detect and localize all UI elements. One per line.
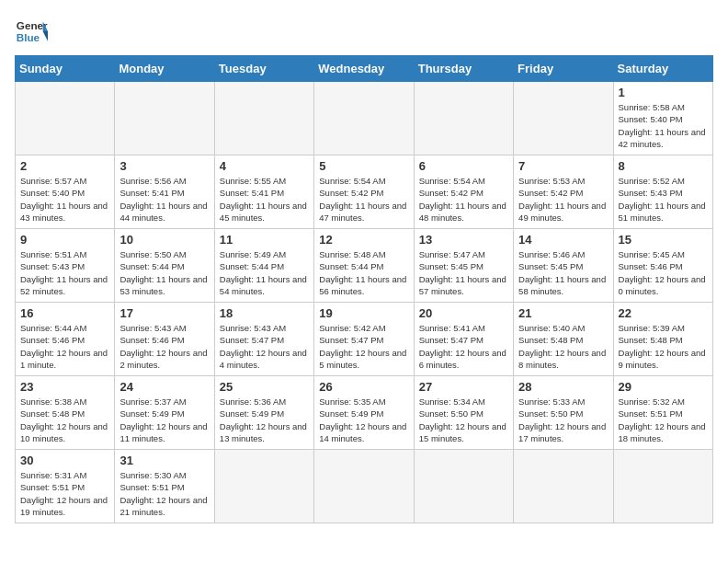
day-number: 31 [119,454,209,467]
day-number: 1 [619,86,708,99]
day-number: 7 [518,159,608,173]
day-info: Sunrise: 5:44 AM Sunset: 5:46 PM Dayligh… [20,322,109,371]
column-header-monday: Monday [115,56,214,82]
day-cell: 20Sunrise: 5:41 AM Sunset: 5:47 PM Dayli… [414,303,513,376]
day-info: Sunrise: 5:39 AM Sunset: 5:48 PM Dayligh… [619,322,708,371]
day-cell: 22Sunrise: 5:39 AM Sunset: 5:48 PM Dayli… [613,303,712,376]
day-cell [214,450,313,523]
day-info: Sunrise: 5:42 AM Sunset: 5:47 PM Dayligh… [319,322,408,371]
day-number: 4 [220,159,309,173]
day-info: Sunrise: 5:37 AM Sunset: 5:49 PM Dayligh… [119,396,209,444]
day-cell [314,82,414,155]
day-info: Sunrise: 5:54 AM Sunset: 5:42 PM Dayligh… [419,175,508,224]
day-number: 22 [619,306,708,320]
day-cell [514,450,613,523]
day-cell: 9Sunrise: 5:51 AM Sunset: 5:43 PM Daylig… [16,229,115,303]
day-number: 18 [220,306,309,320]
day-cell: 17Sunrise: 5:43 AM Sunset: 5:46 PM Dayli… [115,303,214,376]
day-info: Sunrise: 5:51 AM Sunset: 5:43 PM Dayligh… [20,248,109,297]
svg-text:Blue: Blue [17,31,40,43]
day-number: 27 [419,380,508,394]
day-number: 9 [20,233,109,247]
week-row-6: 30Sunrise: 5:31 AM Sunset: 5:51 PM Dayli… [16,450,713,523]
day-cell: 13Sunrise: 5:47 AM Sunset: 5:45 PM Dayli… [414,229,513,303]
day-cell: 24Sunrise: 5:37 AM Sunset: 5:49 PM Dayli… [115,376,214,450]
day-info: Sunrise: 5:53 AM Sunset: 5:42 PM Dayligh… [518,175,608,224]
day-info: Sunrise: 5:55 AM Sunset: 5:41 PM Dayligh… [220,175,309,224]
day-cell: 15Sunrise: 5:45 AM Sunset: 5:46 PM Dayli… [613,229,712,303]
day-cell: 11Sunrise: 5:49 AM Sunset: 5:44 PM Dayli… [214,229,313,303]
day-info: Sunrise: 5:40 AM Sunset: 5:48 PM Dayligh… [518,322,608,371]
page-header: General Blue [15,15,713,48]
day-info: Sunrise: 5:30 AM Sunset: 5:51 PM Dayligh… [119,469,209,518]
column-header-friday: Friday [514,56,613,82]
day-number: 15 [619,233,708,247]
day-cell: 5Sunrise: 5:54 AM Sunset: 5:42 PM Daylig… [314,155,414,229]
day-info: Sunrise: 5:56 AM Sunset: 5:41 PM Dayligh… [119,175,209,224]
calendar-table: SundayMondayTuesdayWednesdayThursdayFrid… [15,55,713,523]
calendar-header-row: SundayMondayTuesdayWednesdayThursdayFrid… [16,56,713,82]
day-info: Sunrise: 5:32 AM Sunset: 5:51 PM Dayligh… [619,396,708,444]
day-number: 14 [518,233,608,247]
day-info: Sunrise: 5:46 AM Sunset: 5:45 PM Dayligh… [518,248,608,297]
calendar-body: 1Sunrise: 5:58 AM Sunset: 5:40 PM Daylig… [16,82,713,523]
logo-icon: General Blue [15,15,48,48]
day-cell: 14Sunrise: 5:46 AM Sunset: 5:45 PM Dayli… [514,229,613,303]
day-info: Sunrise: 5:49 AM Sunset: 5:44 PM Dayligh… [220,248,309,297]
day-number: 28 [518,380,608,394]
day-cell: 30Sunrise: 5:31 AM Sunset: 5:51 PM Dayli… [16,450,115,523]
day-info: Sunrise: 5:58 AM Sunset: 5:40 PM Dayligh… [619,101,708,150]
day-number: 30 [20,454,109,467]
week-row-4: 16Sunrise: 5:44 AM Sunset: 5:46 PM Dayli… [16,303,713,376]
day-number: 26 [319,380,408,394]
day-cell [115,82,214,155]
day-cell [514,82,613,155]
day-number: 19 [319,306,408,320]
day-cell: 18Sunrise: 5:43 AM Sunset: 5:47 PM Dayli… [214,303,313,376]
day-cell: 31Sunrise: 5:30 AM Sunset: 5:51 PM Dayli… [115,450,214,523]
day-info: Sunrise: 5:45 AM Sunset: 5:46 PM Dayligh… [619,248,708,297]
day-number: 24 [119,380,209,394]
day-number: 5 [319,159,408,173]
column-header-saturday: Saturday [613,56,712,82]
day-cell [314,450,414,523]
day-number: 23 [20,380,109,394]
day-info: Sunrise: 5:33 AM Sunset: 5:50 PM Dayligh… [518,396,608,444]
day-number: 10 [119,233,209,247]
week-row-5: 23Sunrise: 5:38 AM Sunset: 5:48 PM Dayli… [16,376,713,450]
day-info: Sunrise: 5:43 AM Sunset: 5:47 PM Dayligh… [220,322,309,371]
day-cell: 3Sunrise: 5:56 AM Sunset: 5:41 PM Daylig… [115,155,214,229]
day-info: Sunrise: 5:47 AM Sunset: 5:45 PM Dayligh… [419,248,508,297]
day-cell [214,82,313,155]
week-row-3: 9Sunrise: 5:51 AM Sunset: 5:43 PM Daylig… [16,229,713,303]
day-number: 11 [220,233,309,247]
day-number: 16 [20,306,109,320]
day-number: 12 [319,233,408,247]
day-number: 17 [119,306,209,320]
day-cell: 19Sunrise: 5:42 AM Sunset: 5:47 PM Dayli… [314,303,414,376]
day-info: Sunrise: 5:48 AM Sunset: 5:44 PM Dayligh… [319,248,408,297]
day-info: Sunrise: 5:34 AM Sunset: 5:50 PM Dayligh… [419,396,508,444]
column-header-tuesday: Tuesday [214,56,313,82]
day-cell: 27Sunrise: 5:34 AM Sunset: 5:50 PM Dayli… [414,376,513,450]
column-header-sunday: Sunday [16,56,115,82]
day-number: 13 [419,233,508,247]
day-cell [16,82,115,155]
day-number: 3 [119,159,209,173]
day-number: 20 [419,306,508,320]
day-cell [414,82,513,155]
day-info: Sunrise: 5:57 AM Sunset: 5:40 PM Dayligh… [20,175,109,224]
column-header-thursday: Thursday [414,56,513,82]
day-number: 21 [518,306,608,320]
day-number: 29 [619,380,708,394]
column-header-wednesday: Wednesday [314,56,414,82]
logo: General Blue [15,15,48,48]
day-cell: 12Sunrise: 5:48 AM Sunset: 5:44 PM Dayli… [314,229,414,303]
day-info: Sunrise: 5:35 AM Sunset: 5:49 PM Dayligh… [319,396,408,444]
day-cell: 28Sunrise: 5:33 AM Sunset: 5:50 PM Dayli… [514,376,613,450]
day-cell [613,450,712,523]
day-cell: 2Sunrise: 5:57 AM Sunset: 5:40 PM Daylig… [16,155,115,229]
day-cell: 8Sunrise: 5:52 AM Sunset: 5:43 PM Daylig… [613,155,712,229]
day-info: Sunrise: 5:31 AM Sunset: 5:51 PM Dayligh… [20,469,109,518]
day-info: Sunrise: 5:54 AM Sunset: 5:42 PM Dayligh… [319,175,408,224]
